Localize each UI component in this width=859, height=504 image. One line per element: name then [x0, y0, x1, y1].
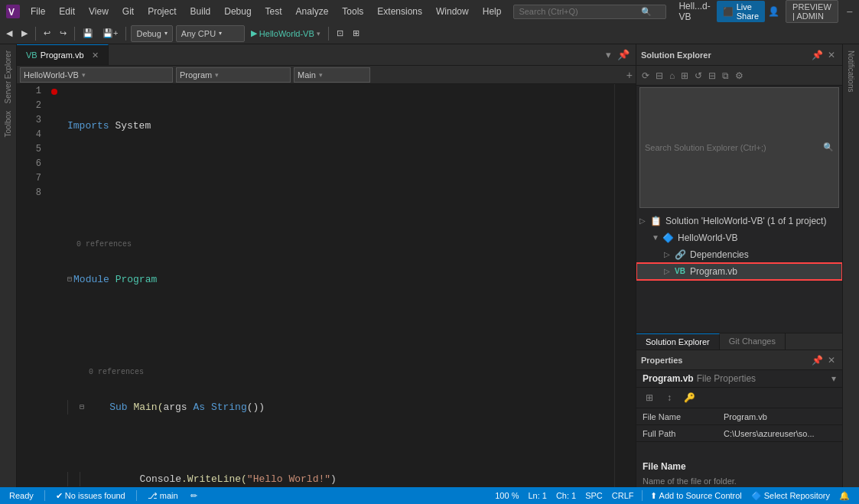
se-node-dependencies[interactable]: ▷ 🔗 Dependencies: [636, 246, 842, 263]
props-pin-icon[interactable]: 📌: [809, 353, 825, 367]
props-dropdown-btn[interactable]: ▾: [831, 373, 836, 384]
se-tb-refresh[interactable]: ↺: [692, 69, 704, 83]
search-icon: 🔍: [641, 7, 652, 17]
menu-view[interactable]: View: [83, 5, 115, 18]
props-close-icon[interactable]: ✕: [825, 353, 838, 367]
solution-explorer-panel: Solution Explorer 📌 ✕ ⟳ ⊟ ⌂ ⊞ ↺ ⊟ ⧉ ⚙ 🔍 …: [636, 44, 842, 487]
notifications-bell-btn[interactable]: 🔔: [836, 491, 853, 501]
nav-forward-btn[interactable]: ▶: [18, 27, 31, 40]
se-search-box[interactable]: 🔍: [639, 87, 839, 208]
properties-panel: Properties 📌 ✕ Program.vb File Propertie…: [636, 350, 842, 487]
title-search-box[interactable]: 🔍: [513, 5, 666, 19]
status-ln[interactable]: Ln: 1: [525, 491, 549, 500]
project-nav-dropdown[interactable]: HelloWorld-VB ▾: [20, 67, 173, 83]
se-tb-settings[interactable]: ⚙: [733, 69, 746, 83]
se-node-programvb[interactable]: ▷ VB Program.vb: [636, 263, 842, 280]
minimize-button[interactable]: ─: [844, 6, 855, 17]
editor-scrollbar[interactable]: [614, 84, 625, 487]
se-search-input[interactable]: [645, 143, 823, 152]
solution-label: Solution 'HelloWorld-VB' (1 of 1 project…: [665, 216, 826, 226]
se-node-solution[interactable]: ▷ 📋 Solution 'HelloWorld-VB' (1 of 1 pro…: [636, 213, 842, 229]
save-btn[interactable]: 💾: [80, 27, 96, 40]
nav-back-btn[interactable]: ◀: [3, 27, 15, 40]
toolbox-label[interactable]: Toolbox: [4, 108, 12, 140]
debug-config-dropdown[interactable]: Debug ▾: [131, 25, 172, 42]
source-control-icon: ⬆: [650, 491, 657, 501]
window-controls: ─ □ ✕: [844, 6, 859, 17]
add-source-control-btn[interactable]: ⬆ Add to Source Control: [647, 491, 745, 501]
se-tb-home[interactable]: ⌂: [667, 69, 677, 83]
toolbar-btn-extra1[interactable]: ⊡: [334, 27, 347, 40]
file-tab-close[interactable]: ✕: [92, 50, 99, 60]
dependencies-label: Dependencies: [690, 249, 749, 260]
props-tb-key[interactable]: 🔑: [681, 389, 698, 406]
menu-extensions[interactable]: Extensions: [371, 5, 428, 18]
status-git[interactable]: ⎇ main: [145, 491, 181, 501]
se-toolbar: ⟳ ⊟ ⌂ ⊞ ↺ ⊟ ⧉ ⚙: [636, 66, 842, 86]
save-all-btn[interactable]: 💾+: [99, 27, 121, 40]
code-editor[interactable]: 1 2 3 4 5 6 7 8 Imports S: [17, 84, 636, 487]
person-icon[interactable]: 👤: [768, 6, 779, 17]
left-strip: Server Explorer Toolbox: [0, 44, 17, 487]
se-pin-icon[interactable]: 📌: [809, 48, 825, 62]
run-button[interactable]: ▶ HelloWorld-VB ▾: [248, 27, 324, 40]
menu-test[interactable]: Test: [259, 5, 288, 18]
status-ch[interactable]: Ch: 1: [553, 491, 579, 500]
token-program: Program: [109, 272, 157, 287]
se-tb-view[interactable]: ⧉: [720, 69, 731, 83]
menu-help[interactable]: Help: [477, 5, 508, 18]
window-title: Hell...d-VB: [678, 1, 710, 22]
editor-tab-programvb[interactable]: VB Program.vb ✕: [17, 44, 109, 65]
props-tb-grid[interactable]: ⊞: [641, 389, 658, 406]
status-ready: Ready: [6, 491, 37, 500]
menu-git[interactable]: Git: [116, 5, 140, 18]
redo-btn[interactable]: ↪: [57, 27, 70, 40]
status-crlf[interactable]: CRLF: [609, 491, 637, 500]
member-nav-dropdown[interactable]: Main ▾: [294, 67, 370, 83]
menu-edit[interactable]: Edit: [53, 5, 81, 18]
status-pencil[interactable]: ✏: [187, 491, 200, 501]
props-toolbar: ⊞ ↕ 🔑: [636, 388, 842, 408]
title-search-input[interactable]: [519, 7, 641, 16]
menu-analyze[interactable]: Analyze: [290, 5, 335, 18]
class-nav-dropdown[interactable]: Program ▾: [176, 67, 291, 83]
code-content[interactable]: Imports System 0 references ⊟Module Prog…: [61, 84, 614, 487]
menu-tools[interactable]: Tools: [336, 5, 369, 18]
se-tab-git-changes[interactable]: Git Changes: [720, 333, 786, 350]
props-tb-sort[interactable]: ↕: [661, 389, 678, 406]
se-close-icon[interactable]: ✕: [825, 48, 838, 62]
status-no-issues[interactable]: ✔ No issues found: [53, 491, 129, 501]
menu-project[interactable]: Project: [142, 5, 182, 18]
se-tb-sync[interactable]: ⟳: [639, 69, 652, 83]
se-tb-props[interactable]: ⊞: [678, 69, 691, 83]
se-tb-collapse[interactable]: ⊟: [653, 69, 665, 83]
se-tab-solution-explorer[interactable]: Solution Explorer: [636, 333, 720, 350]
tab-menu-icon[interactable]: ▾: [604, 47, 613, 62]
notifications-label[interactable]: Notifications: [847, 47, 855, 95]
cpu-config-dropdown[interactable]: Any CPU ▾: [176, 25, 245, 42]
se-node-project[interactable]: ▼ 🔷 HelloWorld-VB: [636, 229, 842, 246]
status-spc[interactable]: SPC: [582, 491, 606, 500]
code-line-2: [67, 167, 614, 182]
menu-window[interactable]: Window: [430, 5, 475, 18]
project-nav-arrow: ▾: [82, 71, 86, 79]
props-label-fullpath: Full Path: [636, 429, 721, 438]
select-repository-btn[interactable]: 🔷 Select Repository: [748, 491, 833, 501]
editor-area: VB Program.vb ✕ ▾ 📌 HelloWorld-VB ▾ Prog…: [17, 44, 636, 487]
menu-file[interactable]: File: [24, 5, 51, 18]
collapse-4[interactable]: ⊟: [80, 400, 84, 415]
collapse-3[interactable]: ⊟: [67, 272, 72, 287]
undo-btn[interactable]: ↩: [41, 27, 54, 40]
se-tb-filter[interactable]: ⊟: [706, 69, 718, 83]
status-zoom[interactable]: 100 %: [492, 491, 522, 500]
indent-guide-5a: [67, 472, 80, 486]
add-code-btn[interactable]: +: [626, 69, 633, 81]
menu-build[interactable]: Build: [184, 5, 217, 18]
debug-config-arrow: ▾: [164, 30, 168, 37]
toolbar-btn-extra2[interactable]: ⊞: [350, 27, 363, 40]
menu-debug[interactable]: Debug: [218, 5, 257, 18]
tab-pin-icon[interactable]: 📌: [616, 47, 631, 62]
live-share-button[interactable]: ⬛ Live Share: [717, 1, 765, 22]
project-nav-label: HelloWorld-VB: [24, 70, 79, 80]
server-explorer-label[interactable]: Server Explorer: [4, 47, 12, 106]
